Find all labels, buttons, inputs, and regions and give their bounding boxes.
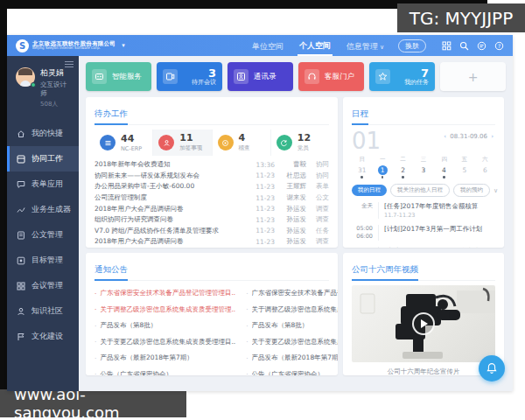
nav-unit-space[interactable]: 单位空间 (250, 37, 285, 55)
sidebar-item-culture[interactable]: 文化建设 (7, 324, 79, 349)
notice-item[interactable]: ·公告（广东省保密协会） (246, 367, 338, 376)
target-icon (17, 256, 25, 265)
notice-item[interactable]: ·产品发布（最新2018年第7期） (246, 350, 338, 367)
screenshot-stage: TG: MYYJJPP www.aoi-sangyou.com S 北京致远互联… (0, 0, 525, 420)
profile-text: 柏灵娟 交互设计师 508人 (40, 67, 72, 108)
schedule-item[interactable]: 05:0006:00 [计划]2017年3月第一周工作计划 (352, 225, 495, 241)
todo-row[interactable]: 2018年新年年会收费通知13:36曹毅协同 (94, 159, 329, 171)
sidebar-item-forms[interactable]: 表单应用 (7, 172, 79, 197)
app-body: 柏灵娟 交互设计师 508人 我的快捷 协同工作 (7, 56, 513, 391)
plus-icon: + (468, 70, 479, 84)
calendar-day[interactable]: 5 (454, 165, 474, 179)
schedule-item[interactable]: 00:0007:00 [事件]2017年12月约见股东客户CIO11.20-11… (352, 247, 495, 248)
svg-text:?: ? (498, 42, 500, 48)
video-panel-title[interactable]: 公司十六周年视频 (352, 264, 418, 281)
panel-grid: 待办工作 44NC-ERP 11加签事项 (86, 97, 506, 375)
calendar-day[interactable]: 4 (434, 165, 454, 179)
user-role: 交互设计师 (40, 80, 72, 98)
top-bar-icons: ? (442, 41, 504, 51)
meeting-icon (163, 69, 178, 84)
filter-my-schedule[interactable]: 我的日程 (352, 185, 387, 196)
company-logo[interactable]: S 北京致远互联软件股份有限公司 Beijing Seeyon Internet… (16, 39, 125, 52)
shortcut-my-tasks[interactable]: 7 我的任务 (369, 62, 435, 91)
online-status-dot (31, 82, 36, 88)
logo-swirl-icon: S (16, 39, 29, 52)
sidebar-item-knowledge[interactable]: 知识社区 (7, 298, 79, 324)
chevron-down-icon[interactable]: ∨ (494, 187, 498, 194)
help-icon[interactable]: ? (494, 41, 504, 51)
skin-button[interactable]: 换肤 (398, 39, 426, 52)
calendar-day[interactable]: 3 (413, 165, 433, 179)
notice-item[interactable]: ·产品发布（第8批） (246, 318, 338, 334)
sidebar-item-meetings[interactable]: 会议管理 (7, 273, 79, 298)
calendar-day[interactable]: 31 (352, 165, 372, 179)
notice-item[interactable]: ·广东省保密安全技术装备产品登记管理管理目.. (94, 285, 235, 302)
todo-panel-title[interactable]: 待办工作 (94, 108, 128, 125)
notice-item[interactable]: ·公告（广东省保密协会） (94, 367, 235, 376)
calendar-day-selected[interactable]: 1 (372, 165, 392, 179)
todo-row[interactable]: V7.0 跨组/产品线协作任务清单及管理要求11-23孙运发任务 (94, 226, 329, 237)
todo-row[interactable]: 2018年用户大会产品调研问卷11-23孙运发调查 (94, 203, 329, 214)
top-bar: S 北京致远互联软件股份有限公司 Beijing Seeyon Internet… (7, 35, 513, 56)
sidebar-item-my-shortcuts[interactable]: 我的快捷 (7, 121, 79, 146)
notification-bell-button[interactable] (479, 355, 505, 382)
notice-item[interactable]: ·关于调整乙级涉密信息系统集成资质受理管理.. (94, 302, 235, 318)
sidebar-item-business-builder[interactable]: 业务生成器 (7, 197, 79, 222)
refresh-icon (276, 135, 292, 150)
sidebar-item-official-docs[interactable]: 公文管理 (7, 222, 79, 248)
schedule-item[interactable]: 全天 [任务]2017年年度销售金额核算11.7-11.23 (352, 202, 495, 219)
notice-item[interactable]: ·广东省保密安全技术装备产品登记管理管理目.. (246, 285, 338, 302)
prev-week-icon[interactable]: ‹ (442, 133, 448, 140)
nav-info-management[interactable]: 信息管理∨ (345, 37, 386, 55)
notices-panel-title[interactable]: 通知公告 (94, 264, 128, 281)
filter-my-reservations[interactable]: 我的预约 (453, 184, 490, 197)
notice-item[interactable]: ·产品发布（第8批） (94, 318, 235, 334)
todo-row[interactable]: 2018年用户大会产品调研问卷11-23孙运发调查 (94, 236, 329, 248)
notice-item[interactable]: ·关于调整乙级涉密信息系统集成资质受管理理.. (246, 302, 338, 318)
photo-frame-left (0, 9, 7, 391)
bell-icon (486, 362, 498, 374)
speech-bubble-icon (17, 180, 25, 189)
next-week-icon[interactable]: › (489, 133, 495, 140)
todo-row[interactable]: 公司流程管理制度11-23谢来发公文 (94, 192, 329, 204)
shortcut-smart-service[interactable]: 智能服务 (86, 62, 151, 91)
search-icon[interactable] (459, 41, 469, 51)
logo-text: 北京致远互联软件股份有限公司 Beijing Seeyon Internet S… (32, 41, 116, 51)
apps-grid-icon[interactable] (442, 41, 452, 51)
schedule-filters: 我的日程 我关注的他人日程 我的预约 ∨ (352, 184, 495, 197)
notice-item[interactable]: ·关于变更乙级涉密信息系统集成资质资质受理.. (246, 334, 338, 351)
main-content: 智能服务 3 待开会议 通讯录 客 (79, 56, 513, 391)
pen-stroke-icon (17, 206, 25, 214)
logo-caret-icon: ▾ (122, 42, 125, 49)
todo-stat-countersign[interactable]: 11加签事项 (152, 130, 211, 156)
home-icon (17, 130, 25, 138)
add-shortcut-button[interactable]: + (440, 62, 506, 91)
filter-followed-schedule[interactable]: 我关注的他人日程 (390, 184, 450, 197)
shortcut-pending-meetings[interactable]: 3 待开会议 (157, 62, 222, 91)
hamburger-menu-icon[interactable] (65, 60, 74, 69)
notice-columns: ·广东省保密安全技术装备产品登记管理管理目.. ·关于调整乙级涉密信息系统集成资… (94, 285, 329, 375)
sidebar-item-collaboration[interactable]: 协同工作 (7, 146, 79, 172)
todo-row[interactable]: 组织协同行为研究调查问卷11-23孙运发调查 (94, 214, 329, 226)
schedule-panel-title[interactable]: 日程 (352, 108, 368, 125)
todo-stat-nc-erp[interactable]: 44NC-ERP (94, 130, 152, 156)
anniversary-video-panel: 公司十六周年视频 (343, 253, 504, 375)
calendar-day[interactable]: 6 (475, 165, 495, 179)
headset-icon (304, 69, 319, 84)
notice-item[interactable]: ·关于变更乙级涉密信息系统集成资质受理理目.. (94, 334, 235, 351)
todo-stat-party[interactable]: 12党员 (270, 130, 329, 156)
schedule-week-range: ‹ 08.31-09.06 › (442, 133, 495, 140)
notice-item[interactable]: ·产品发布（最新2018年第7期） (94, 350, 235, 367)
todo-stats: 44NC-ERP 11加签事项 4稽查 (94, 130, 329, 156)
play-button-icon[interactable] (412, 312, 435, 335)
sidebar-item-goals[interactable]: 目标管理 (7, 248, 79, 273)
todo-row[interactable]: 办公用品采购申请-王小敏-600.0011-23王耀辉表单 (94, 181, 329, 192)
message-icon[interactable] (477, 41, 486, 51)
shortcut-service-portal[interactable]: 客服门户 (298, 62, 364, 91)
video-thumbnail[interactable] (352, 285, 495, 362)
todo-stat-inspection[interactable]: 4稽查 (212, 130, 270, 156)
shortcut-contacts[interactable]: 通讯录 (228, 62, 293, 91)
calendar-day[interactable]: 2 (393, 165, 413, 179)
todo-row[interactable]: 协同新未来——研发体系规划发布会11-23杜思远协同 (94, 171, 329, 182)
nav-personal-space[interactable]: 个人空间 (298, 36, 332, 56)
